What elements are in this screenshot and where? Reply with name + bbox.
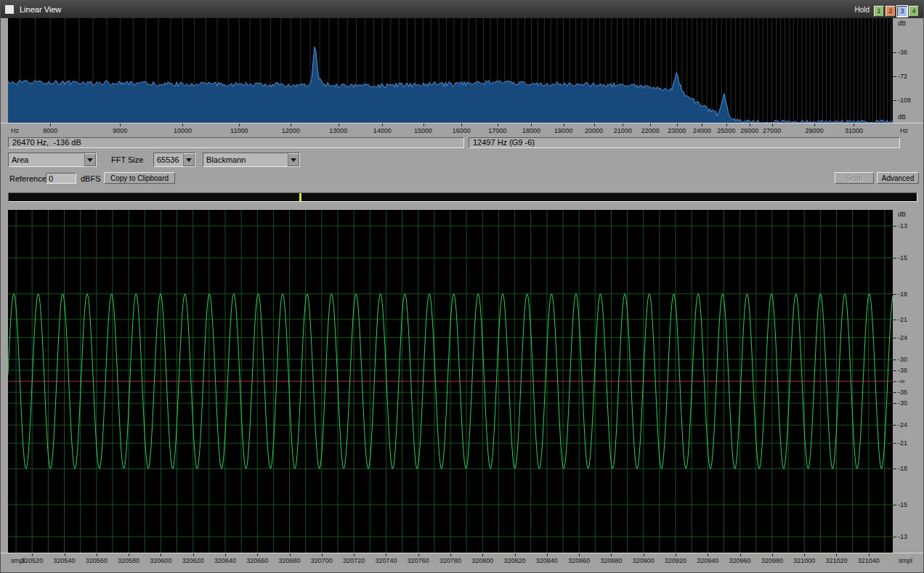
sample-tick-label: 321020 (825, 557, 847, 564)
sample-tick-label: 320880 (600, 557, 622, 564)
tick-mark (97, 553, 97, 556)
frequency-tick-label: 19000 (554, 127, 572, 134)
waveform-db-unit-label: dB (898, 211, 906, 218)
tick-mark (893, 443, 896, 444)
overview-scrollbar[interactable] (8, 192, 917, 202)
frequency-tick-label: 31000 (845, 127, 863, 134)
tick-mark (547, 553, 548, 556)
frequency-tick-label: 29000 (805, 127, 823, 134)
linear-view-checkbox[interactable] (5, 5, 14, 14)
fft-size-combobox[interactable]: 65536 (153, 153, 195, 167)
sample-tick-label: 320580 (118, 557, 139, 564)
sample-tick-label: 320520 (21, 557, 43, 564)
tick-mark (772, 553, 773, 556)
tick-mark (450, 553, 451, 556)
tick-mark (677, 123, 678, 126)
waveform-db-tick-label: -36 (898, 389, 907, 396)
sample-tick-label: 320940 (697, 557, 718, 564)
tick-mark (740, 553, 741, 556)
titlebar: Linear View Hold 1234 (1, 1, 923, 18)
reference-label: Reference (9, 174, 46, 183)
hold-button-4[interactable]: 4 (909, 6, 919, 17)
hold-button-3[interactable]: 3 (897, 6, 907, 17)
tick-mark (50, 123, 51, 126)
sample-tick-label: 320740 (375, 557, 397, 564)
advanced-button[interactable]: Advanced (877, 172, 919, 184)
tick-mark (650, 123, 651, 126)
waveform-db-tick-label: -18 (898, 290, 907, 298)
waveform-db-tick-label: -15 (898, 254, 907, 261)
tick-mark (893, 370, 896, 371)
waveform-db-tick-label: -36 (898, 367, 907, 374)
sample-tick-label: 320560 (86, 557, 108, 564)
tick-mark (893, 100, 896, 101)
display-mode-value: Area (9, 155, 84, 164)
tick-mark (290, 553, 291, 556)
tick-mark (623, 123, 623, 126)
tick-mark (418, 553, 419, 556)
waveform-db-tick-label: -15 (898, 501, 907, 508)
tick-mark (702, 123, 702, 126)
waveform-db-tick-label: -24 (898, 334, 907, 341)
scan-button[interactable]: Scan (835, 172, 874, 184)
reference-input[interactable] (46, 173, 76, 184)
waveform-plot[interactable] (8, 210, 893, 553)
frequency-tick-label: 15000 (414, 127, 432, 134)
chevron-down-icon[interactable] (288, 153, 299, 166)
sample-tick-label: 320840 (536, 557, 558, 564)
tick-mark (482, 553, 483, 556)
tick-mark (382, 123, 383, 126)
chevron-down-icon[interactable] (183, 153, 195, 166)
frequency-unit-label: Hz (11, 127, 19, 134)
waveform-db-tick-label: -13 (898, 222, 907, 229)
tick-mark (893, 258, 896, 259)
window-function-combobox[interactable]: Blackmann (203, 153, 300, 167)
sample-tick-label: 320780 (439, 557, 461, 564)
tick-mark (339, 123, 339, 126)
tick-mark (644, 553, 644, 556)
frequency-ruler: HzHz800090001000011000120001300014000150… (1, 123, 924, 137)
hold-button-1[interactable]: 1 (874, 6, 884, 17)
spectrum-db-tick-label: -36 (898, 49, 907, 56)
hold-label: Hold (854, 6, 870, 14)
waveform-db-tick-label: -21 (898, 316, 907, 323)
tick-mark (893, 403, 896, 404)
hold-button-2[interactable]: 2 (885, 6, 896, 17)
waveform-db-tick-label: -21 (898, 439, 907, 447)
tick-mark (65, 553, 65, 556)
frequency-tick-label: 20000 (585, 127, 603, 134)
sample-tick-label: 320760 (408, 557, 429, 564)
copy-to-clipboard-button[interactable]: Copy to Clipboard (104, 172, 175, 184)
tick-mark (893, 468, 896, 469)
tick-mark (893, 359, 896, 360)
fft-size-label: FFT Size (111, 155, 143, 164)
frequency-tick-label: 17000 (488, 127, 506, 134)
frequency-tick-label: 21000 (614, 127, 632, 134)
fft-size-value: 65536 (154, 155, 183, 164)
tick-mark (869, 553, 870, 556)
display-mode-combobox[interactable]: Area (8, 153, 97, 167)
tick-mark (423, 123, 424, 126)
waveform-db-tick-label: -30 (898, 356, 907, 363)
sample-unit-label: smpl (899, 557, 912, 564)
tick-mark (257, 553, 258, 556)
position-marker[interactable] (299, 193, 301, 201)
sample-tick-label: 320640 (214, 557, 236, 564)
spectrum-db-tick-label: -108 (898, 97, 911, 104)
spectrum-db-unit-label: dB (898, 113, 906, 121)
tick-mark (193, 553, 194, 556)
waveform-db-center-label: -∞ (898, 378, 904, 385)
hold-buttons: 1234 (872, 3, 919, 17)
tick-mark (531, 123, 532, 126)
tick-mark (726, 123, 727, 126)
sample-tick-label: 320700 (311, 557, 333, 564)
tick-mark (854, 123, 854, 126)
tick-mark (120, 123, 121, 126)
frequency-tick-label: 10000 (174, 127, 192, 134)
chevron-down-icon[interactable] (84, 153, 96, 166)
sample-tick-label: 320600 (150, 557, 171, 564)
tick-mark (836, 553, 837, 556)
sample-tick-label: 320540 (53, 557, 75, 564)
spectrum-plot[interactable] (8, 18, 893, 123)
waveform-db-tick-label: -24 (898, 421, 907, 428)
